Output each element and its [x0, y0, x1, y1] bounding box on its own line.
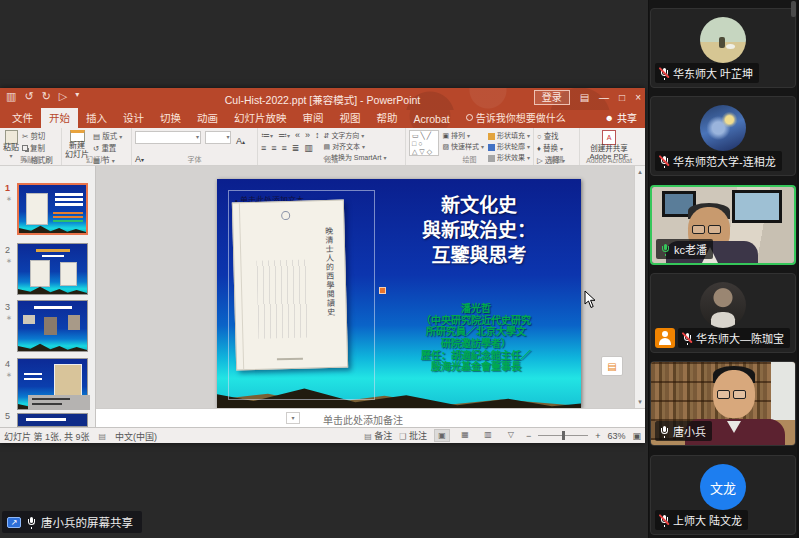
slide-title[interactable]: 新文化史 與新政治史： 互鑒與思考: [385, 193, 573, 268]
tab-view[interactable]: 视图: [332, 108, 369, 128]
microphone-active-icon: [660, 243, 670, 256]
share-banner-label: 唐小兵的屏幕共享: [41, 514, 133, 530]
signin-button[interactable]: 登录: [534, 90, 570, 105]
participant-tile[interactable]: 华东师范大学-连相龙: [650, 96, 796, 176]
participant-tile[interactable]: 文龙 上师大 陆文龙: [650, 455, 796, 535]
tab-home[interactable]: 开始: [41, 108, 78, 128]
comments-toggle[interactable]: ❑ 批注: [399, 429, 427, 442]
participant-name: 唐小兵: [673, 423, 706, 439]
font-size-combo[interactable]: [205, 131, 231, 144]
notes-toggle[interactable]: ▤ 备注: [364, 429, 392, 442]
scroll-down-icon[interactable]: ▾: [638, 398, 642, 406]
language-indicator[interactable]: 中文(中国): [115, 430, 157, 443]
microphone-muted-icon: [659, 67, 669, 80]
tab-review[interactable]: 审阅: [295, 108, 332, 128]
align-left-icon[interactable]: ≡: [261, 143, 266, 153]
slide-thumbnail-5[interactable]: [17, 413, 88, 427]
close-button[interactable]: ×: [635, 92, 641, 103]
arrange-button[interactable]: ▣ 排列 ▾: [443, 130, 485, 140]
participant-name: 上师大 陆文龙: [673, 512, 742, 528]
ribbon: 粘贴▾ ✂ 剪切 复制 ✎ 格式刷 剪贴板 新建 幻: [0, 128, 645, 166]
shape-outline-button[interactable]: 形状轮廓 ▾: [488, 141, 530, 151]
zoom-in-button[interactable]: +: [595, 431, 600, 441]
zoom-out-button[interactable]: −: [526, 431, 531, 441]
line-spacing-icon[interactable]: ↕: [315, 130, 320, 140]
participant-tile[interactable]: 唐小兵: [650, 361, 796, 446]
grow-font-icon[interactable]: A▴: [236, 136, 245, 146]
ribbon-options-icon[interactable]: ▤: [580, 92, 589, 103]
slide-scrollbar[interactable]: ▴ ▾: [634, 166, 645, 408]
mouse-cursor: [584, 290, 597, 309]
avatar: [700, 17, 746, 63]
zoom-level[interactable]: 63%: [607, 431, 625, 441]
maximize-button[interactable]: □: [619, 92, 625, 103]
microphone-muted-icon: [659, 514, 669, 527]
microphone-muted-icon: [659, 155, 669, 168]
current-slide[interactable]: • 单击此处添加文本 晚清士人的西學閱讀史 新文化史 與新政治史： 互鑒與思考 …: [217, 179, 581, 408]
tab-help[interactable]: 帮助: [369, 108, 406, 128]
tab-insert[interactable]: 插入: [78, 108, 115, 128]
align-right-icon[interactable]: ≡: [282, 143, 287, 153]
participant-tile[interactable]: 华东师大 叶芷坤: [650, 8, 796, 88]
cut-button[interactable]: ✂ 剪切: [22, 130, 53, 141]
numbering-icon[interactable]: ≕▾: [278, 130, 290, 140]
tab-slideshow[interactable]: 幻灯片放映: [226, 108, 295, 128]
person-badge-icon: [655, 328, 675, 348]
find-button[interactable]: ○ 查找: [537, 130, 576, 141]
reset-button[interactable]: ↺ 重置: [93, 142, 122, 153]
copy-button[interactable]: 复制: [22, 142, 53, 153]
tab-design[interactable]: 设计: [115, 108, 152, 128]
minimize-button[interactable]: —: [599, 92, 609, 103]
justify-icon[interactable]: ≣: [292, 143, 300, 153]
screen-share-icon: ↗: [7, 517, 21, 528]
fill-color-chip: [488, 133, 495, 140]
slide-thumbnail-2[interactable]: [17, 243, 88, 295]
slide-thumbnail-3[interactable]: [17, 300, 88, 352]
view-slideshow-button[interactable]: ▽: [503, 429, 519, 442]
group-font: A▴ A▾ B I U S S AV▾ Aa▾ A 字体: [132, 128, 258, 165]
quick-styles-button[interactable]: ▨ 快速样式 ▾: [443, 141, 485, 151]
participant-tile[interactable]: 华东师大—陈珈宝: [650, 273, 796, 353]
fit-to-window-icon[interactable]: ▣: [632, 431, 641, 441]
tab-transitions[interactable]: 切换: [152, 108, 189, 128]
tab-file[interactable]: 文件: [4, 108, 41, 128]
align-text-button[interactable]: ▤ 对齐文本 ▾: [324, 141, 387, 151]
tab-acrobat[interactable]: Acrobat: [406, 111, 458, 128]
view-reading-button[interactable]: ▥: [480, 429, 496, 442]
align-center-icon[interactable]: ≡: [271, 143, 276, 153]
participant-tile-active-speaker[interactable]: kc老潘: [650, 185, 796, 265]
shape-fill-button[interactable]: 形状填充 ▾: [488, 130, 530, 140]
decrease-indent-icon[interactable]: «: [295, 130, 300, 140]
slide-body-text[interactable]: 潘光哲 （中央研究院近代史研究 所研究員／北京大學文 研院邀訪學者） 歷任：胡適…: [375, 303, 577, 373]
group-clipboard: 粘贴▾ ✂ 剪切 复制 ✎ 格式刷 剪贴板: [0, 128, 62, 165]
animation-star-icon: ∗: [6, 257, 12, 265]
layout-button[interactable]: ▤ 版式 ▾: [93, 130, 122, 141]
replace-button[interactable]: ♦ 替换 ▾: [537, 142, 576, 153]
view-sorter-button[interactable]: ▦: [457, 429, 473, 442]
notes-placeholder: 单击此处添加备注: [323, 412, 403, 427]
scroll-up-icon[interactable]: ▴: [638, 168, 642, 176]
text-direction-button[interactable]: ⇵ 文字方向 ▾: [324, 130, 387, 140]
view-normal-button[interactable]: ▣: [434, 429, 450, 442]
notes-pane[interactable]: ▾ 单击此处添加备注: [96, 408, 645, 427]
shapes-gallery[interactable]: ▭ ╲ ╱ □ ○△ ▽ ◇ ☆ ( ){ } ← → ↔: [409, 130, 439, 156]
comment-indicator-button[interactable]: ▤: [601, 356, 623, 376]
zoom-slider[interactable]: [538, 435, 588, 436]
bullets-icon[interactable]: ≔▾: [261, 130, 273, 140]
increase-indent-icon[interactable]: »: [305, 130, 310, 140]
thumb-number-5: 5: [5, 411, 10, 421]
tab-animations[interactable]: 动画: [189, 108, 226, 128]
group-editing: ○ 查找 ♦ 替换 ▾ ▷ 选择 ▾ 编辑: [534, 128, 580, 165]
slide-thumbnail-1[interactable]: [17, 183, 88, 235]
font-name-combo[interactable]: [135, 131, 201, 144]
zoom-slider-thumb[interactable]: [562, 431, 565, 440]
share-button[interactable]: ☻ 共享: [597, 110, 645, 128]
panel-scrollbar-thumb[interactable]: [791, 1, 796, 17]
columns-icon[interactable]: ▥: [304, 143, 313, 153]
proofing-icon[interactable]: ▤: [99, 432, 107, 441]
clipboard-icon: [5, 130, 18, 144]
slide-canvas: • 单击此处添加文本 晚清士人的西學閱讀史 新文化史 與新政治史： 互鑒與思考 …: [96, 166, 634, 408]
notes-collapse-button[interactable]: ▾: [286, 412, 300, 424]
tell-me-box[interactable]: 告诉我你想要做什么: [458, 110, 574, 128]
participant-name: 华东师大 叶芷坤: [673, 65, 753, 81]
